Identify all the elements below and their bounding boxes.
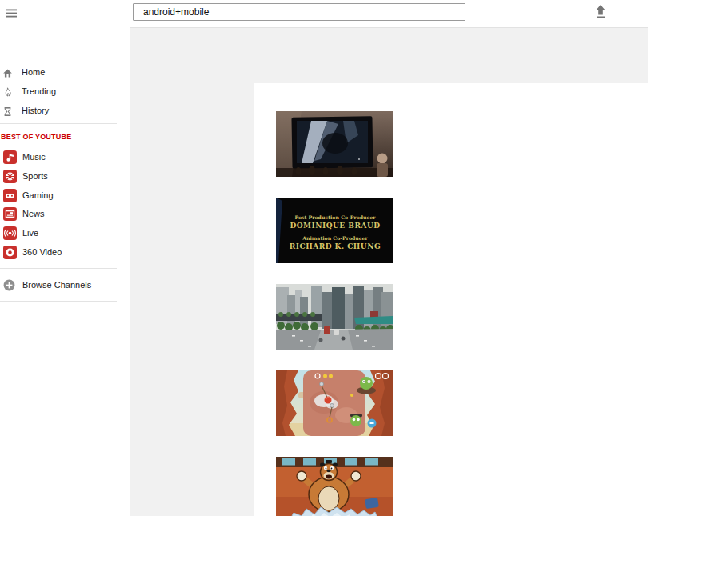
sidebar-item-news[interactable]: News	[0, 204, 131, 223]
sidebar-item-history[interactable]: History	[0, 101, 130, 120]
sidebar-divider	[0, 268, 117, 269]
home-icon	[2, 67, 13, 78]
sidebar-item-label: Trending	[22, 86, 56, 96]
top-bar	[0, 0, 648, 28]
results-panel: Post Production Co-Producer DOMINIQUE BR…	[254, 83, 648, 516]
upload-icon	[593, 11, 609, 23]
sidebar-item-label: Gaming	[22, 190, 54, 200]
sidebar-item-label: News	[22, 209, 45, 218]
sidebar-item-label: History	[22, 106, 49, 115]
hamburger-icon	[4, 12, 20, 24]
svg-text:Post Production Co-Producer: Post Production Co-Producer	[294, 214, 376, 220]
sidebar-item-label: Home	[22, 67, 45, 77]
upload-button[interactable]	[593, 3, 609, 21]
svg-text:Animation Co-Producer: Animation Co-Producer	[302, 235, 368, 241]
sidebar-item-sports[interactable]: Sports	[0, 166, 131, 186]
music-icon	[3, 150, 17, 164]
sidebar: Home Trending History BEST OF YOUTUBE	[0, 27, 130, 516]
basketball-icon	[3, 170, 17, 183]
video-thumbnail-city-street[interactable]	[276, 284, 393, 350]
360-video-icon	[3, 246, 17, 259]
sidebar-divider	[0, 123, 117, 124]
sidebar-item-home[interactable]: Home	[0, 62, 130, 82]
sidebar-item-label: Browse Channels	[22, 280, 91, 290]
search-input[interactable]	[133, 3, 465, 21]
sidebar-item-trending[interactable]: Trending	[0, 82, 130, 101]
hamburger-menu-button[interactable]	[4, 6, 20, 22]
sidebar-item-browse-channels[interactable]: Browse Channels	[0, 275, 131, 294]
newspaper-icon	[3, 207, 17, 221]
sidebar-item-label: Music	[22, 152, 46, 162]
live-broadcast-icon	[3, 226, 17, 240]
video-thumbnail-tv-screen[interactable]	[276, 111, 393, 177]
sidebar-divider	[0, 301, 117, 302]
video-thumbnail-movie-credits[interactable]: Post Production Co-Producer DOMINIQUE BR…	[276, 198, 393, 263]
sidebar-item-label: Live	[22, 228, 38, 238]
sidebar-item-music[interactable]: Music	[0, 147, 131, 166]
hourglass-icon	[2, 106, 13, 116]
youtube-app: Home Trending History BEST OF YOUTUBE	[0, 0, 707, 588]
sidebar-item-label: Sports	[22, 171, 48, 181]
sidebar-item-gaming[interactable]: Gaming	[0, 186, 131, 205]
sidebar-section-title: BEST OF YOUTUBE	[1, 133, 71, 141]
sidebar-item-label: 360 Video	[22, 247, 62, 257]
sidebar-item-360-video[interactable]: 360 Video	[0, 242, 131, 262]
video-thumbnail-game-level[interactable]	[276, 370, 393, 436]
gamepad-icon	[3, 189, 17, 202]
flame-icon	[2, 86, 13, 97]
sidebar-item-live[interactable]: Live	[0, 223, 131, 242]
video-thumbnail-cartoon[interactable]	[276, 457, 393, 516]
svg-text:RICHARD K. CHUNG: RICHARD K. CHUNG	[290, 242, 381, 250]
svg-text:DOMINIQUE BRAUD: DOMINIQUE BRAUD	[290, 222, 380, 230]
plus-circle-icon	[3, 279, 15, 291]
